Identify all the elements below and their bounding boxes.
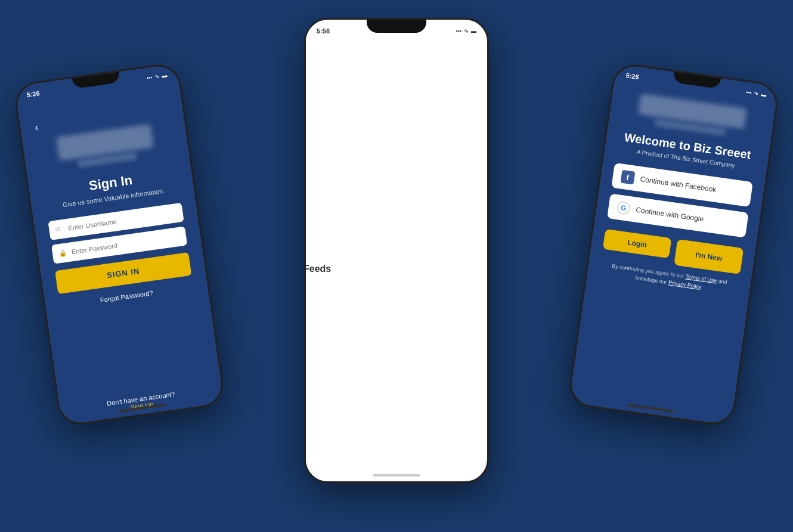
home-bar-center [373,474,420,477]
signin-content: ‹ Sign In Give us some Valuable informat… [17,80,226,427]
phone-newsfeeds: 5:56 ▪▪▪ ∿ ▬ ‹ News Feeds Write somthing… [304,18,489,483]
status-icons-right: ▪▪▪ ∿ ▬ [745,89,767,98]
im-new-button[interactable]: I'm New [674,239,744,274]
time-center: 5:56 [317,27,330,35]
battery-icon-center: ▬ [471,28,476,34]
phone-welcome: 5:26 ▪▪▪ ∿ ▬ Welcome to Biz Sreeet A Pro… [567,61,780,427]
facebook-icon: f [621,170,636,185]
back-button-left[interactable]: ‹ [34,121,39,134]
battery-icon-right: ▬ [761,91,767,98]
signin-title: Sign In [88,172,133,194]
notch-center [367,20,426,33]
phone-signin: 5:26 ▪▪▪ ∿ ▬ ‹ Sign In Give us some Valu… [13,61,226,427]
time-left: 5:26 [26,89,40,98]
lock-icon: 🔒 [58,249,67,258]
user-icon: ✉ [55,225,61,234]
signal-icon-center: ▪▪▪ [456,28,461,34]
status-icons-center: ▪▪▪ ∿ ▬ [456,28,476,34]
battery-icon-left: ▬ [162,72,168,79]
google-icon: G [616,200,631,215]
signal-icon-left: ▪▪▪ [146,75,153,81]
forgot-password-link[interactable]: Forgot Password? [100,289,153,304]
status-icons-left: ▪▪▪ ∿ ▬ [146,72,168,81]
newsfeed-header: ‹ News Feeds [304,36,398,483]
google-label: Continue with Google [636,206,705,224]
and-text: and [718,278,727,285]
wifi-icon-left: ∿ [154,73,160,80]
welcome-content: Welcome to Biz Sreeet A Product of The B… [567,80,776,427]
wifi-icon-right: ∿ [754,90,759,97]
wifi-icon-center: ∿ [464,28,469,34]
signal-icon-right: ▪▪▪ [745,89,752,95]
login-button[interactable]: Login [603,229,672,258]
time-right: 5:26 [625,72,639,81]
app-logo-left [56,124,154,161]
newsfeed-title: News Feeds [304,264,374,274]
dont-have-account-text: Don't have an account? Sign Up [106,390,176,414]
facebook-label: Continue with Facebook [640,175,717,194]
